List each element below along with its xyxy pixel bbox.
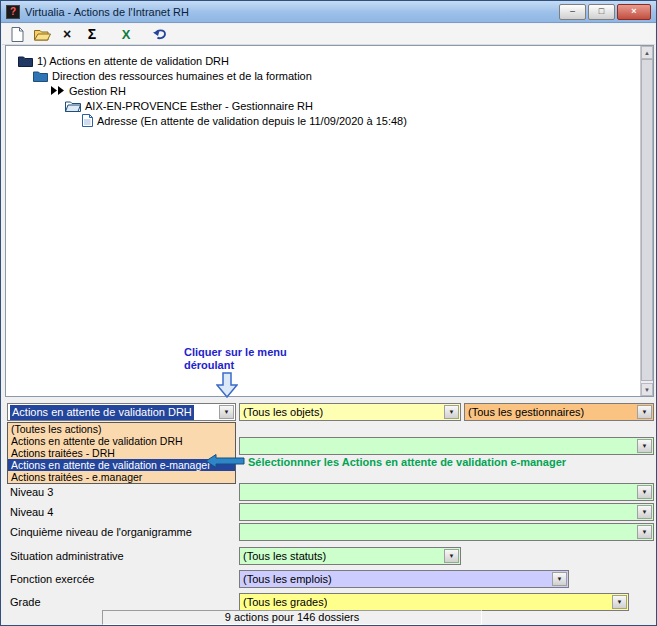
dropdown-arrow-icon: ▼ — [642, 509, 648, 515]
new-document-button[interactable] — [7, 25, 27, 43]
open-folder-button[interactable] — [32, 25, 52, 43]
objects-filter-combo[interactable]: (Tous les objets) ▼ — [239, 403, 461, 421]
niveau1-combo[interactable]: ▼ — [239, 437, 654, 455]
click-hint-line2: déroulant — [184, 359, 287, 372]
tree-item-actions-drh[interactable]: 1) Actions en attente de validation DRH — [18, 53, 229, 68]
tree-item-direction-rh[interactable]: Direction des ressources humaines et de … — [33, 68, 312, 83]
close-button[interactable]: × — [617, 4, 651, 20]
tree-item-label: AIX-EN-PROVENCE Esther - Gestionnaire RH — [85, 100, 313, 112]
situation-combo[interactable]: (Tous les statuts) ▼ — [239, 547, 461, 565]
toolbar: × Σ X — [2, 24, 655, 45]
app-icon: ? — [6, 5, 20, 19]
fonction-dropdown-button[interactable]: ▼ — [552, 572, 567, 586]
action-filter-value: Actions en attente de validation DRH — [10, 405, 194, 420]
dropdown-item-attente-emanager[interactable]: Actions en attente de validation e-manag… — [8, 459, 235, 471]
niveau4-combo[interactable]: ▼ — [239, 503, 654, 521]
status-bar: 9 actions pour 146 dossiers — [102, 610, 482, 625]
select-hint-text: Sélectionnner les Actions en attente de … — [248, 456, 566, 468]
niveau3-combo[interactable]: ▼ — [239, 483, 654, 501]
action-dropdown-list: (Toutes les actions) Actions en attente … — [7, 422, 236, 484]
folder-dark-icon — [18, 55, 33, 67]
niveau4-dropdown-button[interactable]: ▼ — [637, 505, 652, 519]
dropdown-arrow-icon: ▼ — [449, 553, 455, 559]
filter-panel: Actions en attente de validation DRH ▼ (… — [2, 398, 655, 624]
open-folder-outline-icon — [65, 100, 81, 112]
filter-label-niveau5: Cinquième niveau de l'organigramme — [10, 523, 192, 541]
action-filter-combo[interactable]: Actions en attente de validation DRH ▼ — [7, 403, 236, 421]
grade-combo[interactable]: (Tous les grades) ▼ — [239, 593, 629, 611]
sum-button[interactable]: Σ — [82, 25, 102, 43]
folder-blue-icon — [33, 70, 48, 82]
niveau1-dropdown-button[interactable]: ▼ — [637, 439, 652, 453]
window-controls: – □ × — [559, 4, 651, 20]
objects-filter-value: (Tous les objets) — [243, 405, 323, 420]
document-icon — [82, 114, 93, 127]
tree-item-label: 1) Actions en attente de validation DRH — [37, 55, 229, 67]
niveau5-combo[interactable]: ▼ — [239, 523, 654, 541]
scrollbar-thumb[interactable] — [641, 59, 653, 381]
grade-dropdown-button[interactable]: ▼ — [612, 595, 627, 609]
dropdown-arrow-icon: ▼ — [557, 576, 563, 582]
dropdown-arrow-icon: ▼ — [642, 409, 648, 415]
tree-item-label: Adresse (En attente de validation depuis… — [97, 115, 407, 127]
new-document-icon — [11, 27, 24, 42]
niveau5-dropdown-button[interactable]: ▼ — [637, 525, 652, 539]
tree-item-gestion-rh[interactable]: Gestion RH — [51, 83, 126, 98]
tree-scrollbar[interactable]: ▲ ▼ — [640, 46, 653, 396]
tree-item-label: Direction des ressources humaines et de … — [52, 70, 312, 82]
managers-filter-combo[interactable]: (Tous les gestionnaires) ▼ — [464, 403, 654, 421]
dropdown-arrow-icon: ▼ — [642, 489, 648, 495]
situation-dropdown-button[interactable]: ▼ — [444, 549, 459, 563]
minimize-button[interactable]: – — [559, 4, 586, 20]
down-block-arrow-icon — [216, 372, 238, 398]
dropdown-item-traitees-drh[interactable]: Actions traitées - DRH — [8, 447, 235, 459]
managers-filter-value: (Tous les gestionnaires) — [468, 405, 584, 420]
dropdown-arrow-icon: ▼ — [617, 599, 623, 605]
tree-item-gestionnaire[interactable]: AIX-EN-PROVENCE Esther - Gestionnaire RH — [65, 98, 313, 113]
fonction-combo[interactable]: (Tous les emplois) ▼ — [239, 570, 569, 588]
delete-button[interactable]: × — [57, 25, 77, 43]
click-hint-text: Cliquer sur le menu déroulant — [184, 346, 287, 372]
tree-item-adresse[interactable]: Adresse (En attente de validation depuis… — [82, 113, 407, 128]
open-folder-icon — [34, 28, 51, 41]
tree-item-label: Gestion RH — [69, 85, 126, 97]
action-filter-dropdown-button[interactable]: ▼ — [219, 405, 234, 419]
niveau3-dropdown-button[interactable]: ▼ — [637, 485, 652, 499]
dropdown-arrow-icon: ▼ — [642, 529, 648, 535]
filter-label-niveau3: Niveau 3 — [10, 483, 53, 501]
window-title: Virtualia - Actions de l'Intranet RH — [25, 6, 189, 18]
scroll-down-button[interactable]: ▼ — [641, 383, 653, 396]
minimize-icon: – — [570, 7, 575, 16]
objects-filter-dropdown-button[interactable]: ▼ — [444, 405, 459, 419]
status-text: 9 actions pour 146 dossiers — [225, 611, 360, 623]
left-block-arrow-icon — [205, 453, 245, 469]
dropdown-arrow-icon: ▼ — [449, 409, 455, 415]
title-bar[interactable]: ? Virtualia - Actions de l'Intranet RH –… — [1, 1, 656, 23]
excel-icon: X — [122, 28, 131, 41]
undo-button[interactable] — [150, 25, 170, 43]
grade-value: (Tous les grades) — [243, 595, 327, 610]
dropdown-item-attente-drh[interactable]: Actions en attente de validation DRH — [8, 435, 235, 447]
delete-icon: × — [63, 27, 71, 41]
app-window: ? Virtualia - Actions de l'Intranet RH –… — [0, 0, 657, 626]
situation-value: (Tous les statuts) — [243, 549, 326, 564]
double-arrow-icon — [51, 86, 65, 95]
undo-icon — [152, 27, 168, 41]
filter-label-niveau4: Niveau 4 — [10, 503, 53, 521]
click-hint-line1: Cliquer sur le menu — [184, 346, 287, 359]
scroll-up-icon: ▲ — [644, 50, 650, 56]
close-icon: × — [631, 7, 636, 16]
sigma-icon: Σ — [88, 27, 96, 41]
scroll-down-icon: ▼ — [644, 387, 650, 393]
dropdown-item-traitees-emanager[interactable]: Actions traitées - e.manager — [8, 471, 235, 483]
app-icon-glyph: ? — [10, 6, 16, 17]
filter-label-fonction: Fonction exercée — [10, 570, 94, 588]
managers-filter-dropdown-button[interactable]: ▼ — [637, 405, 652, 419]
excel-export-button[interactable]: X — [116, 25, 136, 43]
maximize-button[interactable]: □ — [588, 4, 615, 20]
dropdown-item-toutes-actions[interactable]: (Toutes les actions) — [8, 423, 235, 435]
scroll-up-button[interactable]: ▲ — [641, 46, 653, 59]
dropdown-arrow-icon: ▼ — [224, 409, 230, 415]
maximize-icon: □ — [599, 7, 604, 16]
filter-label-situation: Situation administrative — [10, 547, 124, 565]
